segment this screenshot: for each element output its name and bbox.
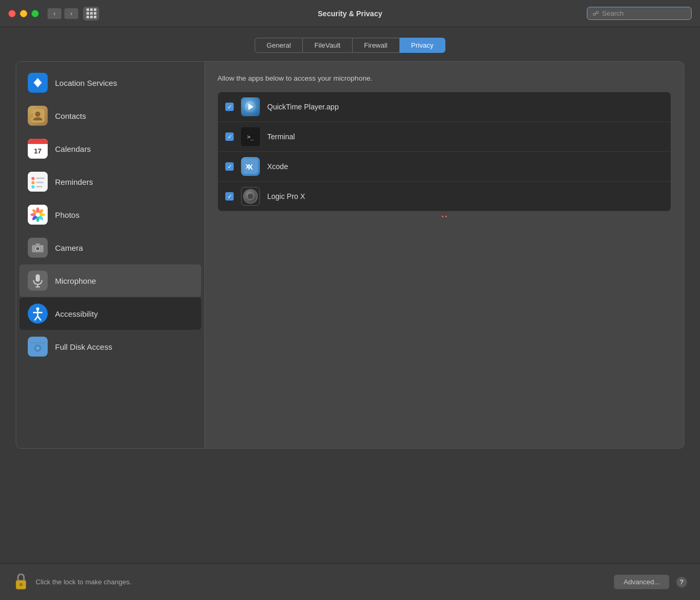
sidebar-item-reminders[interactable]: Reminders [19, 165, 201, 198]
sidebar-label-full-disk-access: Full Disk Access [55, 342, 112, 351]
nav-buttons: ‹ › [47, 8, 79, 19]
xcode-checkbox[interactable]: ✓ [225, 162, 234, 171]
table-row: ✓ Logic Pro X [218, 182, 671, 211]
sidebar-item-location-services[interactable]: Location Services [19, 66, 201, 99]
check-icon: ✓ [227, 164, 232, 170]
svg-point-48 [250, 196, 251, 197]
grid-dots-icon [86, 8, 96, 18]
sidebar-label-contacts: Contacts [55, 112, 86, 120]
microphone-icon [28, 271, 48, 291]
search-input[interactable] [602, 9, 686, 17]
scroll-indicator: • • [217, 212, 671, 221]
table-row: ✓ X Xcode [218, 152, 671, 182]
svg-rect-15 [36, 186, 42, 187]
calendars-icon: 17 JUL [28, 139, 48, 159]
sidebar-item-photos[interactable]: Photos [19, 198, 201, 231]
traffic-lights [8, 10, 39, 17]
sidebar-item-microphone[interactable]: Microphone [19, 264, 201, 297]
sidebar-label-reminders: Reminders [55, 177, 93, 186]
terminal-icon: >_ [241, 127, 260, 146]
sidebar-label-microphone: Microphone [55, 276, 96, 285]
sidebar-item-accessibility[interactable]: Accessibility [19, 297, 201, 330]
svg-point-14 [31, 185, 35, 188]
svg-point-12 [31, 181, 35, 184]
sidebar-label-calendars: Calendars [55, 145, 91, 153]
svg-point-41 [36, 347, 39, 350]
help-button[interactable]: ? [676, 576, 687, 588]
search-icon: ☍ [593, 10, 599, 17]
svg-text:JUL: JUL [35, 145, 41, 148]
svg-rect-29 [36, 243, 40, 246]
svg-rect-50 [19, 583, 23, 586]
full-disk-access-icon [28, 337, 48, 357]
tab-filevault[interactable]: FileVault [303, 38, 353, 53]
svg-point-10 [31, 177, 35, 180]
sidebar: Location Services Contacts [16, 62, 205, 448]
photos-icon [28, 205, 48, 225]
location-services-icon [28, 73, 48, 93]
sidebar-item-contacts[interactable]: Contacts [19, 99, 201, 132]
svg-point-30 [41, 246, 43, 248]
back-button[interactable]: ‹ [47, 8, 62, 19]
table-row: ✓ >_ Terminal [218, 122, 671, 152]
accessibility-icon [28, 304, 48, 324]
sidebar-item-full-disk-access[interactable]: Full Disk Access [19, 330, 201, 363]
logic-pro-icon [241, 187, 260, 206]
table-row: ✓ QuickTime Player.app [218, 92, 671, 122]
xcode-icon: X [241, 157, 260, 176]
window-title: Security & Privacy [318, 9, 382, 18]
tab-firewall[interactable]: Firewall [353, 38, 400, 53]
grid-view-button[interactable] [83, 6, 100, 21]
check-icon: ✓ [227, 134, 232, 140]
svg-rect-13 [36, 182, 43, 183]
check-icon: ✓ [227, 104, 232, 110]
search-box[interactable]: ☍ [587, 7, 692, 20]
tabs: General FileVault Firewall Privacy [16, 38, 684, 53]
sidebar-label-camera: Camera [55, 243, 83, 252]
svg-point-35 [36, 307, 39, 310]
svg-point-28 [36, 247, 39, 250]
minimize-button[interactable] [20, 10, 27, 17]
forward-button[interactable]: › [64, 8, 79, 19]
check-icon: ✓ [227, 194, 232, 199]
panel-description: Allow the apps below to access your micr… [217, 74, 671, 82]
reminders-icon [28, 172, 48, 192]
camera-icon [28, 238, 48, 258]
svg-rect-31 [36, 274, 40, 282]
tab-privacy[interactable]: Privacy [400, 38, 446, 53]
lock-area[interactable]: Click the lock to make changes. [13, 572, 614, 592]
tab-general[interactable]: General [255, 38, 303, 53]
right-panel: Allow the apps below to access your micr… [205, 62, 684, 448]
close-button[interactable] [8, 10, 16, 17]
app-list: ✓ QuickTime Player.app ✓ >_ [217, 92, 671, 212]
quicktime-label: QuickTime Player.app [267, 103, 338, 111]
svg-rect-6 [28, 142, 48, 144]
advanced-button[interactable]: Advanced... [614, 574, 670, 590]
sidebar-label-accessibility: Accessibility [55, 309, 98, 318]
svg-rect-11 [36, 177, 45, 179]
logic-pro-label: Logic Pro X [267, 192, 305, 201]
sidebar-item-calendars[interactable]: 17 JUL Calendars [19, 132, 201, 165]
svg-rect-2 [31, 114, 33, 115]
sidebar-label-photos: Photos [55, 210, 80, 219]
lock-text: Click the lock to make changes. [36, 578, 132, 586]
terminal-label: Terminal [267, 132, 295, 141]
main-content: General FileVault Firewall Privacy Locat… [0, 27, 700, 563]
svg-text:17: 17 [34, 147, 41, 155]
terminal-checkbox[interactable]: ✓ [225, 132, 234, 141]
svg-point-25 [36, 213, 40, 217]
quicktime-checkbox[interactable]: ✓ [225, 103, 234, 111]
contacts-icon [28, 106, 48, 126]
svg-point-1 [35, 112, 40, 117]
sidebar-label-location-services: Location Services [55, 79, 117, 87]
maximize-button[interactable] [31, 10, 39, 17]
bottom-bar: Click the lock to make changes. Advanced… [0, 563, 700, 600]
sidebar-item-camera[interactable]: Camera [19, 231, 201, 264]
settings-panel: Location Services Contacts [16, 61, 684, 449]
lock-icon [13, 572, 29, 592]
titlebar: ‹ › Security & Privacy ☍ [0, 0, 700, 27]
svg-rect-3 [31, 116, 33, 117]
quicktime-icon [241, 97, 260, 116]
logic-pro-checkbox[interactable]: ✓ [225, 192, 234, 201]
xcode-label: Xcode [267, 162, 288, 171]
